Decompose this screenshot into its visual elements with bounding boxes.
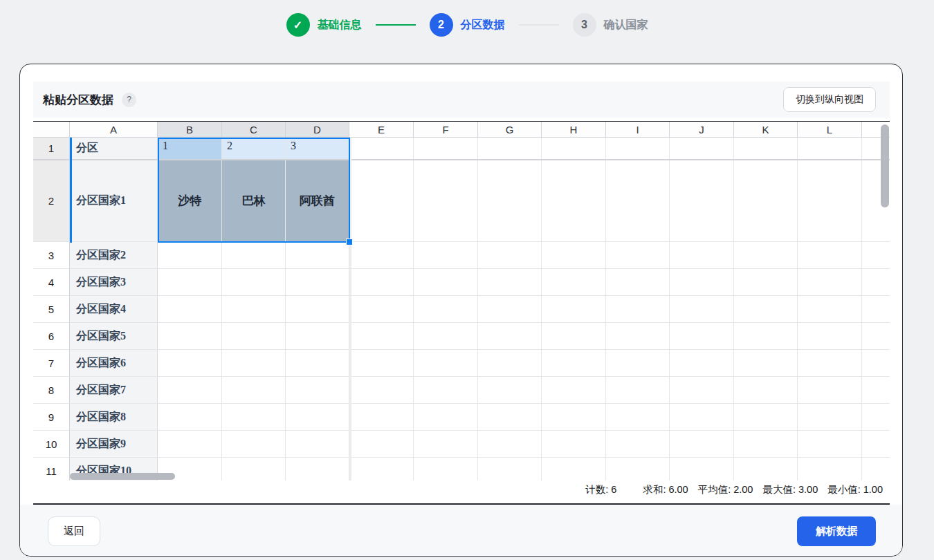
switch-to-vertical-view-button[interactable]: 切换到纵向视图 bbox=[783, 87, 876, 112]
column-header-F[interactable]: F bbox=[414, 122, 478, 137]
cell[interactable] bbox=[222, 350, 286, 376]
cell[interactable] bbox=[670, 458, 734, 480]
cell[interactable] bbox=[158, 404, 222, 430]
cell[interactable] bbox=[414, 242, 478, 268]
cell[interactable] bbox=[606, 404, 670, 430]
cell[interactable] bbox=[734, 269, 798, 295]
cell[interactable] bbox=[414, 458, 478, 480]
cell[interactable]: 阿联酋 bbox=[286, 160, 349, 241]
cell[interactable] bbox=[414, 323, 478, 349]
help-icon[interactable]: ? bbox=[122, 93, 136, 107]
cell[interactable] bbox=[222, 269, 286, 295]
row-number[interactable]: 5 bbox=[33, 296, 70, 322]
cell[interactable] bbox=[734, 296, 798, 322]
cell[interactable] bbox=[606, 269, 670, 295]
cell[interactable] bbox=[286, 377, 349, 403]
cell[interactable]: 3 bbox=[286, 138, 349, 159]
row-label-cell[interactable]: 分区国家6 bbox=[70, 350, 158, 376]
column-header-L[interactable]: L bbox=[798, 122, 862, 137]
row-number[interactable]: 11 bbox=[33, 458, 70, 480]
step-confirm-country[interactable]: 3 确认国家 bbox=[573, 13, 648, 37]
cell[interactable] bbox=[542, 404, 606, 430]
cell[interactable] bbox=[158, 350, 222, 376]
cell[interactable] bbox=[606, 160, 670, 241]
cell[interactable] bbox=[478, 377, 542, 403]
cell[interactable] bbox=[798, 160, 862, 241]
vertical-scrollbar-thumb[interactable] bbox=[881, 124, 889, 207]
cell[interactable] bbox=[734, 431, 798, 457]
cell[interactable] bbox=[349, 269, 414, 295]
cell[interactable] bbox=[414, 138, 478, 159]
cell[interactable] bbox=[542, 350, 606, 376]
column-header-B[interactable]: B bbox=[158, 122, 222, 137]
cell[interactable] bbox=[349, 296, 414, 322]
cell[interactable] bbox=[286, 431, 349, 457]
row-number[interactable]: 2 bbox=[33, 160, 70, 241]
cell[interactable] bbox=[542, 323, 606, 349]
cell[interactable] bbox=[158, 296, 222, 322]
cell[interactable] bbox=[286, 350, 349, 376]
cell[interactable] bbox=[349, 138, 414, 159]
cell[interactable] bbox=[158, 431, 222, 457]
select-all-corner[interactable] bbox=[33, 122, 70, 137]
row-label-cell[interactable]: 分区国家4 bbox=[70, 296, 158, 322]
cell[interactable] bbox=[542, 377, 606, 403]
cell[interactable] bbox=[606, 296, 670, 322]
column-header-E[interactable]: E bbox=[349, 122, 414, 137]
cell[interactable] bbox=[798, 404, 862, 430]
cell[interactable] bbox=[798, 138, 862, 159]
cell[interactable] bbox=[222, 377, 286, 403]
cell[interactable] bbox=[414, 296, 478, 322]
column-header-J[interactable]: J bbox=[670, 122, 734, 137]
cell[interactable] bbox=[734, 160, 798, 241]
cell[interactable] bbox=[158, 269, 222, 295]
cell[interactable] bbox=[670, 296, 734, 322]
cell[interactable] bbox=[286, 323, 349, 349]
cell[interactable] bbox=[478, 323, 542, 349]
row-number[interactable]: 3 bbox=[33, 242, 70, 268]
column-header-A[interactable]: A bbox=[70, 122, 158, 137]
cell[interactable] bbox=[606, 138, 670, 159]
cell[interactable] bbox=[734, 404, 798, 430]
row-label-cell[interactable]: 分区国家1 bbox=[70, 160, 158, 241]
cell[interactable] bbox=[478, 269, 542, 295]
row-label-cell[interactable]: 分区国家3 bbox=[70, 269, 158, 295]
cell[interactable] bbox=[798, 296, 862, 322]
cell[interactable] bbox=[798, 458, 862, 480]
cell[interactable] bbox=[414, 350, 478, 376]
cell[interactable] bbox=[222, 404, 286, 430]
cell[interactable] bbox=[349, 431, 414, 457]
row-number[interactable]: 1 bbox=[33, 138, 70, 159]
row-number[interactable]: 7 bbox=[33, 350, 70, 376]
cell[interactable]: 沙特 bbox=[158, 160, 222, 241]
row-number[interactable]: 6 bbox=[33, 323, 70, 349]
row-label-cell[interactable]: 分区国家5 bbox=[70, 323, 158, 349]
cell[interactable] bbox=[670, 242, 734, 268]
row-label-cell[interactable]: 分区国家9 bbox=[70, 431, 158, 457]
cell[interactable] bbox=[349, 350, 414, 376]
column-header-C[interactable]: C bbox=[222, 122, 286, 137]
cell[interactable] bbox=[542, 296, 606, 322]
cell[interactable] bbox=[478, 160, 542, 241]
cell[interactable] bbox=[670, 431, 734, 457]
cell[interactable] bbox=[349, 377, 414, 403]
cell[interactable] bbox=[478, 138, 542, 159]
cell[interactable] bbox=[478, 296, 542, 322]
cell[interactable] bbox=[798, 323, 862, 349]
cell[interactable] bbox=[542, 269, 606, 295]
cell[interactable] bbox=[222, 242, 286, 268]
cell[interactable] bbox=[414, 431, 478, 457]
cell[interactable] bbox=[222, 296, 286, 322]
cell[interactable] bbox=[286, 458, 349, 480]
cell[interactable] bbox=[606, 431, 670, 457]
parse-data-button[interactable]: 解析数据 bbox=[797, 516, 876, 546]
cell[interactable] bbox=[222, 431, 286, 457]
cell[interactable] bbox=[478, 242, 542, 268]
row-label-cell[interactable]: 分区国家2 bbox=[70, 242, 158, 268]
cell[interactable] bbox=[349, 404, 414, 430]
row-number[interactable]: 9 bbox=[33, 404, 70, 430]
cell[interactable] bbox=[606, 377, 670, 403]
cell[interactable] bbox=[670, 269, 734, 295]
cell[interactable]: 1 bbox=[158, 138, 222, 159]
cell[interactable] bbox=[414, 160, 478, 241]
